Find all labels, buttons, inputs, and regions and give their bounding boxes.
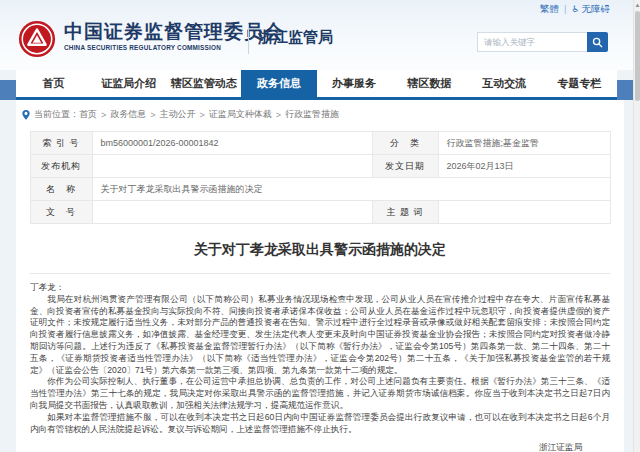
pub-date-label: 发文日期 <box>372 155 438 178</box>
article-body: 丁孝龙： 我局在对杭州鸿贯资产管理有限公司（以下简称公司）私募业务情况现场检查中… <box>30 282 610 452</box>
title-divider <box>30 273 610 274</box>
table-row: 索 引 号 bm56000001/2026-00001842 分 类 行政监管措… <box>30 132 610 155</box>
accessibility-label: 无障碍 <box>582 3 611 14</box>
scrollbar-thumb[interactable] <box>635 11 640 101</box>
breadcrumb-separator: > <box>276 110 281 120</box>
breadcrumb-prefix: 当前位置： <box>34 108 79 121</box>
keywords-label: 主 题 词 <box>372 201 438 224</box>
publisher-value <box>92 155 372 178</box>
breadcrumb-separator: > <box>101 110 106 120</box>
main-nav: 首页 证监局介绍 辖区监管动态 政务信息 办事服务 辖区数据 互动交流 专题专栏 <box>0 70 633 100</box>
nav-side-right <box>617 80 633 100</box>
location-pin-icon <box>22 110 30 120</box>
breadcrumb-item-gov-info[interactable]: 政务信息 <box>110 108 146 121</box>
publisher-label: 发布机构 <box>30 155 92 178</box>
page-title: 关于对丁孝龙采取出具警示函措施的决定 <box>16 241 624 259</box>
org-name-en: CHINA SECURITIES REGULATORY COMMISSION <box>64 44 284 51</box>
doc-name-label: 名 称 <box>30 178 92 201</box>
breadcrumb-item-proactive-disclosure[interactable]: 主动公开 <box>160 108 196 121</box>
org-name-cn: 中国证券监督管理委员会 <box>64 21 284 43</box>
nav-item-services[interactable]: 办事服务 <box>317 70 392 97</box>
article-salutation: 丁孝龙： <box>30 282 610 294</box>
scroll-up-arrow-icon[interactable]: ▲ <box>634 0 640 10</box>
breadcrumb: 当前位置： 首页 > 政务信息 > 主动公开 > 证监局文种体裁 > 行政监管措… <box>16 100 624 121</box>
site-header: 中国证券监督管理委员会 CHINA SECURITIES REGULATORY … <box>18 18 618 64</box>
category-value: 行政监管措施;基金监管 <box>438 132 610 155</box>
accessibility-link[interactable]: ♿无障碍 <box>571 3 610 14</box>
nav-item-special-topics[interactable]: 专题专栏 <box>542 70 617 97</box>
org-name-block: 中国证券监督管理委员会 CHINA SECURITIES REGULATORY … <box>64 21 284 51</box>
index-label: 索 引 号 <box>30 132 92 155</box>
search-box <box>477 32 608 52</box>
article-paragraph: 我局在对杭州鸿贯资产管理有限公司（以下简称公司）私募业务情况现场检查中发现，公司… <box>30 294 610 377</box>
scrollbar[interactable]: ▲ <box>633 0 640 452</box>
topbar: 繁體|♿无障碍 <box>540 3 610 16</box>
keywords-value <box>438 201 610 224</box>
header-divider <box>248 24 249 54</box>
nav-item-gov-info[interactable]: 政务信息 <box>241 70 316 97</box>
search-input[interactable] <box>477 32 587 52</box>
index-value: bm56000001/2026-00001842 <box>92 132 372 155</box>
search-button[interactable] <box>587 32 608 52</box>
breadcrumb-item-doc-type[interactable]: 证监局文种体裁 <box>209 108 272 121</box>
csrc-logo-icon <box>18 20 56 58</box>
nav-side-left <box>0 80 16 100</box>
pub-date-value: 2026年02月13日 <box>438 155 610 178</box>
nav-item-region-data[interactable]: 辖区数据 <box>392 70 467 97</box>
doc-name-value: 关于对丁孝龙采取出具警示函措施的决定 <box>92 178 610 201</box>
doc-no-value <box>92 201 372 224</box>
nav-item-home[interactable]: 首页 <box>16 70 91 97</box>
nav-item-region-news[interactable]: 辖区监管动态 <box>166 70 241 97</box>
nav-item-bureau-intro[interactable]: 证监局介绍 <box>91 70 166 97</box>
content-card: 当前位置： 首页 > 政务信息 > 主动公开 > 证监局文种体裁 > 行政监管措… <box>16 100 624 452</box>
signature-block: 浙江证监局 2026年2月12日 <box>30 441 610 452</box>
breadcrumb-separator: > <box>200 110 205 120</box>
category-label: 分 类 <box>372 132 438 155</box>
table-row: 发布机构 发文日期 2026年02月13日 <box>30 155 610 178</box>
topbar-separator: | <box>564 3 566 14</box>
bureau-name: 浙江监管局 <box>258 28 333 47</box>
table-row: 名 称 关于对丁孝龙采取出具警示函措施的决定 <box>30 178 610 201</box>
table-row: 文 号 主 题 词 <box>30 201 610 224</box>
doc-meta-table: 索 引 号 bm56000001/2026-00001842 分 类 行政监管措… <box>30 131 611 224</box>
breadcrumb-item-home[interactable]: 首页 <box>79 108 97 121</box>
nav-inner: 首页 证监局介绍 辖区监管动态 政务信息 办事服务 辖区数据 互动交流 专题专栏 <box>16 70 617 100</box>
breadcrumb-item-admin-measures[interactable]: 行政监管措施 <box>285 108 339 121</box>
article-paragraph: 你作为公司实际控制人、执行董事，在公司运营中承担总协调、总负责的工作，对公司上述… <box>30 376 610 411</box>
breadcrumb-separator: > <box>150 110 155 120</box>
accessibility-icon: ♿ <box>571 4 579 14</box>
signature-signer: 浙江证监局 <box>30 441 582 452</box>
traditional-chinese-link[interactable]: 繁體 <box>540 3 559 14</box>
search-icon <box>592 37 603 48</box>
doc-no-label: 文 号 <box>30 201 92 224</box>
article-paragraph: 如果对本监督管理措施不服，可以在收到本决定书之日起60日内向中国证券监督管理委员… <box>30 412 610 436</box>
nav-item-interaction[interactable]: 互动交流 <box>467 70 542 97</box>
